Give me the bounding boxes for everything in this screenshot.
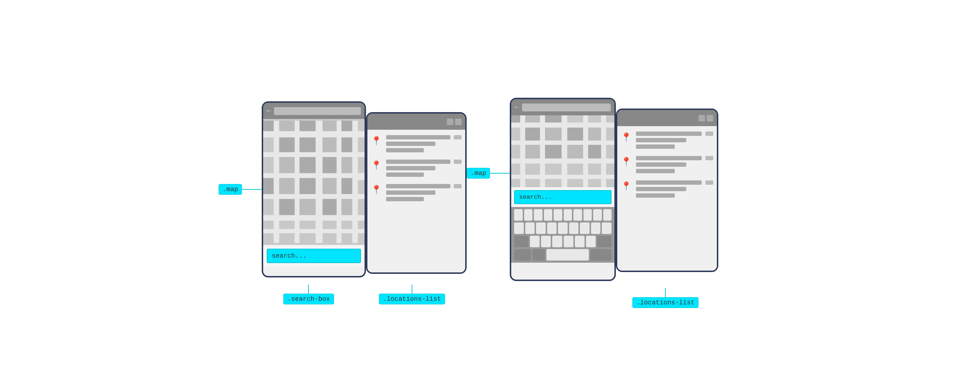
locations-list-label-box-1: .locations-list [379, 293, 445, 305]
svg-rect-15 [342, 138, 352, 152]
locations-list-2: 📍 📍 [617, 126, 717, 272]
key [603, 209, 612, 220]
svg-rect-27 [323, 199, 336, 215]
key [525, 222, 535, 234]
svg-rect-11 [352, 121, 358, 243]
list-line [386, 141, 435, 146]
key [534, 209, 542, 220]
svg-rect-28 [342, 199, 352, 215]
svg-rect-32 [323, 121, 336, 131]
keyboard-row-3 [514, 236, 611, 247]
key [564, 236, 573, 247]
key [564, 209, 572, 220]
key [547, 222, 557, 234]
map-svg-1 [263, 119, 364, 245]
svg-rect-13 [299, 138, 316, 152]
search-box-2[interactable]: search... [511, 187, 614, 207]
keyboard-row-4 [514, 249, 611, 260]
svg-rect-20 [263, 178, 274, 194]
svg-rect-49 [545, 145, 562, 159]
pin-icon: 📍 [371, 160, 382, 171]
key [580, 222, 590, 234]
key-symbols [514, 249, 531, 260]
svg-rect-9 [316, 121, 323, 243]
list-line [386, 197, 424, 201]
svg-rect-8 [295, 121, 300, 243]
search-box-label-1: .search-box [283, 285, 334, 305]
svg-rect-14 [323, 138, 336, 152]
diagram-2: .map .search-box ← [510, 98, 718, 281]
list-item-lines [636, 181, 713, 198]
svg-rect-40 [540, 115, 545, 187]
list-item-lines [386, 160, 461, 177]
search-input-2[interactable]: search... [514, 190, 611, 204]
key [514, 222, 524, 234]
svg-rect-50 [567, 145, 583, 159]
topbar-map-1: ← [263, 103, 364, 119]
key [602, 222, 611, 234]
key [514, 209, 523, 220]
list-line [386, 184, 450, 188]
list-line [636, 144, 675, 149]
svg-rect-44 [525, 128, 540, 141]
main-container: .map ← [0, 0, 980, 368]
svg-rect-53 [525, 115, 540, 122]
keyboard-2 [511, 207, 614, 263]
list-item: 📍 [371, 135, 461, 152]
svg-rect-24 [342, 178, 352, 194]
map-content-1 [263, 119, 364, 245]
phone-list-2: 📍 📍 [616, 108, 718, 272]
topbar-map-2: ← [511, 99, 614, 115]
list-line [636, 138, 686, 142]
list-item: 📍 [371, 184, 461, 201]
svg-rect-47 [588, 128, 601, 141]
phone-map-2: ← [510, 98, 616, 281]
list-item: 📍 [621, 132, 713, 149]
back-arrow-1: ← [267, 107, 271, 115]
svg-rect-30 [279, 121, 295, 131]
svg-rect-19 [342, 157, 352, 173]
list-item-lines [636, 132, 713, 149]
svg-rect-46 [567, 128, 583, 141]
map-label-box-2: .map [467, 168, 490, 179]
window-btn-4 [707, 115, 713, 122]
search-input-1[interactable]: search... [267, 249, 361, 263]
search-box-label-box-1: .search-box [283, 293, 334, 305]
svg-rect-10 [336, 121, 342, 243]
svg-rect-45 [545, 128, 562, 141]
map-label-box-1: .map [219, 184, 242, 195]
map-content-2 [511, 115, 614, 187]
key-space [546, 249, 589, 260]
svg-rect-43 [601, 115, 606, 187]
window-topbar-2 [617, 110, 717, 126]
map-label-2: .map [467, 168, 515, 179]
pin-icon: 📍 [371, 136, 382, 146]
svg-rect-22 [299, 178, 316, 194]
key [541, 236, 551, 247]
key-globe [533, 249, 545, 260]
list-line [636, 169, 675, 173]
diagram-1: .map ← [262, 102, 467, 278]
search-box-1[interactable]: search... [263, 245, 364, 266]
svg-rect-51 [588, 145, 601, 159]
window-btn-2 [455, 119, 461, 125]
pin-icon: 📍 [621, 132, 632, 143]
list-item: 📍 [621, 156, 713, 173]
title-bar-1 [274, 107, 361, 115]
list-line [636, 162, 686, 167]
key-shift [514, 236, 528, 247]
list-item-lines [386, 135, 461, 152]
key [569, 222, 579, 234]
key [544, 209, 552, 220]
list-item-lines [636, 156, 713, 173]
window-btn-1 [447, 119, 453, 125]
key-delete [597, 236, 611, 247]
svg-rect-16 [279, 157, 295, 173]
title-bar-2 [522, 103, 611, 111]
key [558, 222, 568, 234]
list-line [386, 190, 435, 195]
svg-rect-48 [525, 145, 540, 159]
svg-rect-26 [299, 199, 316, 215]
keyboard-row-2 [514, 222, 611, 234]
list-line [636, 156, 702, 160]
